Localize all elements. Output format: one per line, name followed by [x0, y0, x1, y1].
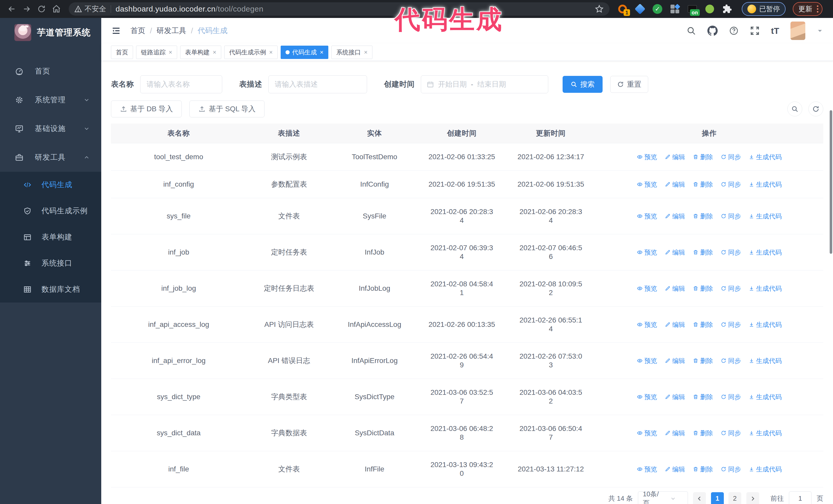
- end-date-placeholder[interactable]: 结束日期: [477, 79, 506, 89]
- sidebar-item-home[interactable]: 首页: [0, 57, 101, 86]
- date-range-picker[interactable]: 开始日期 - 结束日期: [421, 75, 548, 93]
- profile-paused-pill[interactable]: 已暂停: [742, 2, 786, 16]
- action-preview-link[interactable]: 预览: [637, 429, 657, 437]
- table-name-input[interactable]: [140, 75, 222, 93]
- action-sync-link[interactable]: 同步: [721, 465, 741, 474]
- sidebar-fold-icon[interactable]: [111, 26, 121, 36]
- fullscreen-icon[interactable]: [750, 26, 760, 35]
- action-edit-link[interactable]: 编辑: [665, 429, 685, 437]
- next-page-button[interactable]: [746, 492, 759, 504]
- action-sync-link[interactable]: 同步: [721, 284, 741, 293]
- action-generate-link[interactable]: 生成代码: [749, 429, 782, 437]
- close-tab-icon[interactable]: ×: [364, 49, 367, 56]
- app-logo-row[interactable]: 芋道管理系统: [0, 18, 101, 47]
- action-preview-link[interactable]: 预览: [637, 248, 657, 257]
- action-edit-link[interactable]: 编辑: [665, 465, 685, 474]
- action-generate-link[interactable]: 生成代码: [749, 212, 782, 220]
- action-delete-link[interactable]: 删除: [693, 180, 713, 189]
- extension-orange-icon[interactable]: 1: [617, 4, 628, 14]
- extension-key-icon[interactable]: [704, 4, 715, 14]
- action-preview-link[interactable]: 预览: [637, 320, 657, 329]
- sidebar-item-code-generation[interactable]: 代码生成: [0, 172, 101, 198]
- browser-update-button[interactable]: 更新: [793, 2, 823, 16]
- action-delete-link[interactable]: 删除: [693, 248, 713, 257]
- action-sync-link[interactable]: 同步: [721, 152, 741, 161]
- action-edit-link[interactable]: 编辑: [665, 284, 685, 293]
- tab-form-builder[interactable]: 表单构建×: [180, 46, 221, 59]
- action-generate-link[interactable]: 生成代码: [749, 320, 782, 329]
- browser-forward-button[interactable]: [21, 3, 33, 15]
- browser-home-button[interactable]: [50, 3, 63, 15]
- extension-check-icon[interactable]: ✓: [652, 4, 663, 14]
- sidebar-item-system-api[interactable]: 系统接口: [0, 250, 101, 277]
- prev-page-button[interactable]: [693, 492, 706, 504]
- action-sync-link[interactable]: 同步: [721, 429, 741, 437]
- refresh-table-button[interactable]: [808, 101, 823, 116]
- tab-code-generation[interactable]: 代码生成×: [281, 46, 328, 59]
- page-size-select[interactable]: 10条/页: [638, 491, 688, 504]
- tab-system-api[interactable]: 系统接口×: [331, 46, 373, 59]
- action-edit-link[interactable]: 编辑: [665, 180, 685, 189]
- action-generate-link[interactable]: 生成代码: [749, 465, 782, 474]
- breadcrumb-item[interactable]: 首页: [130, 26, 145, 36]
- page-button-1[interactable]: 1: [711, 492, 724, 504]
- action-sync-link[interactable]: 同步: [721, 248, 741, 257]
- action-preview-link[interactable]: 预览: [637, 284, 657, 293]
- sidebar-item-system-management[interactable]: 系统管理: [0, 86, 101, 114]
- browser-menu-icon[interactable]: [817, 5, 818, 13]
- goto-page-input[interactable]: [789, 491, 811, 504]
- action-sync-link[interactable]: 同步: [721, 180, 741, 189]
- security-label[interactable]: 不安全: [85, 4, 106, 14]
- sidebar-item-infrastructure[interactable]: 基础设施: [0, 114, 101, 143]
- extension-grid-icon[interactable]: [669, 4, 680, 14]
- action-edit-link[interactable]: 编辑: [665, 212, 685, 220]
- action-preview-link[interactable]: 预览: [637, 356, 657, 365]
- sidebar-item-dev-tools[interactable]: 研发工具: [0, 143, 101, 172]
- action-preview-link[interactable]: 预览: [637, 180, 657, 189]
- action-generate-link[interactable]: 生成代码: [749, 356, 782, 365]
- address-bar[interactable]: 不安全 dashboard.yudao.iocoder.cn/tool/code…: [69, 2, 610, 16]
- action-sync-link[interactable]: 同步: [721, 212, 741, 220]
- page-button-2[interactable]: 2: [729, 492, 741, 504]
- action-edit-link[interactable]: 编辑: [665, 248, 685, 257]
- action-preview-link[interactable]: 预览: [637, 392, 657, 401]
- sidebar-item-codegen-example[interactable]: 代码生成示例: [0, 198, 101, 224]
- extension-switch-icon[interactable]: on: [687, 4, 698, 14]
- action-preview-link[interactable]: 预览: [637, 152, 657, 161]
- action-edit-link[interactable]: 编辑: [665, 392, 685, 401]
- github-icon[interactable]: [708, 26, 718, 36]
- page-url[interactable]: dashboard.yudao.iocoder.cn/tool/codegen: [116, 5, 263, 13]
- avatar-caret-down-icon[interactable]: [816, 27, 823, 34]
- action-delete-link[interactable]: 删除: [693, 284, 713, 293]
- sidebar-item-db-doc[interactable]: 数据库文档: [0, 277, 101, 303]
- action-sync-link[interactable]: 同步: [721, 320, 741, 329]
- browser-back-button[interactable]: [6, 3, 18, 15]
- action-preview-link[interactable]: 预览: [637, 212, 657, 220]
- action-delete-link[interactable]: 删除: [693, 429, 713, 437]
- action-sync-link[interactable]: 同步: [721, 392, 741, 401]
- user-avatar[interactable]: [790, 22, 805, 40]
- action-sync-link[interactable]: 同步: [721, 356, 741, 365]
- action-generate-link[interactable]: 生成代码: [749, 248, 782, 257]
- extensions-puzzle-icon[interactable]: [722, 4, 733, 14]
- header-search-icon[interactable]: [686, 26, 696, 35]
- breadcrumb-item[interactable]: 研发工具: [157, 26, 186, 36]
- action-delete-link[interactable]: 删除: [693, 212, 713, 220]
- action-generate-link[interactable]: 生成代码: [749, 152, 782, 161]
- action-edit-link[interactable]: 编辑: [665, 320, 685, 329]
- bookmark-star-icon[interactable]: [595, 4, 604, 14]
- import-sql-button[interactable]: 基于 SQL 导入: [189, 100, 264, 117]
- extension-gem-icon[interactable]: [635, 4, 645, 14]
- action-delete-link[interactable]: 删除: [693, 320, 713, 329]
- close-tab-icon[interactable]: ×: [169, 49, 172, 56]
- font-size-icon[interactable]: tT: [771, 26, 779, 36]
- action-delete-link[interactable]: 删除: [693, 392, 713, 401]
- start-date-placeholder[interactable]: 开始日期: [438, 79, 467, 89]
- action-generate-link[interactable]: 生成代码: [749, 180, 782, 189]
- table-desc-input[interactable]: [268, 75, 367, 93]
- close-tab-icon[interactable]: ×: [320, 49, 324, 56]
- action-edit-link[interactable]: 编辑: [665, 152, 685, 161]
- browser-reload-button[interactable]: [35, 3, 48, 15]
- action-generate-link[interactable]: 生成代码: [749, 392, 782, 401]
- action-delete-link[interactable]: 删除: [693, 356, 713, 365]
